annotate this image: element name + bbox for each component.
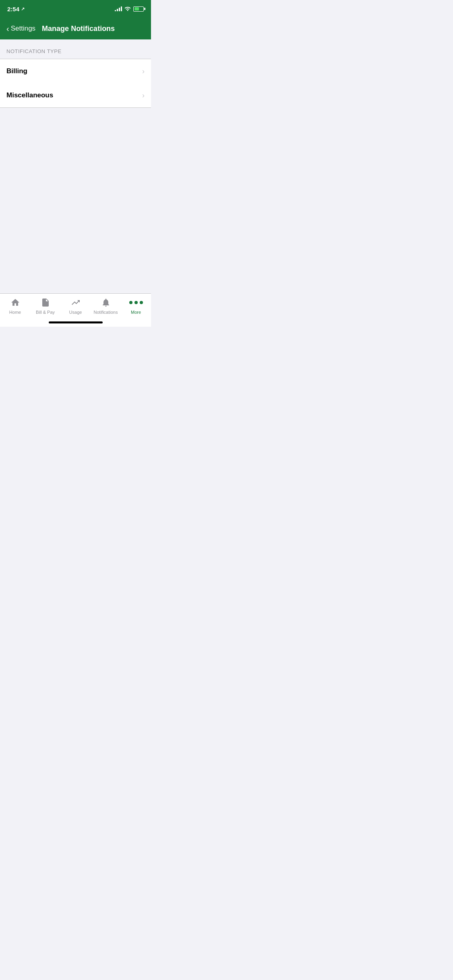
tab-home-label: Home bbox=[9, 310, 21, 315]
page-title: Manage Notifications bbox=[42, 25, 115, 33]
status-icons bbox=[115, 6, 144, 12]
tab-more[interactable]: More bbox=[121, 297, 151, 315]
notification-type-list: Billing › Miscellaneous › bbox=[0, 59, 151, 107]
header: ‹ Settings Manage Notifications bbox=[0, 18, 151, 39]
notifications-icon bbox=[100, 297, 112, 308]
home-indicator bbox=[49, 321, 103, 323]
tab-notifications-label: Notifications bbox=[94, 310, 118, 315]
back-label: Settings bbox=[11, 25, 35, 33]
content-area bbox=[0, 108, 151, 305]
status-time: 2:54 ↗ bbox=[7, 6, 25, 12]
section-header-label: NOTIFICATION TYPE bbox=[6, 48, 62, 54]
miscellaneous-label: Miscellaneous bbox=[6, 91, 53, 99]
tab-usage-label: Usage bbox=[69, 310, 82, 315]
miscellaneous-list-item[interactable]: Miscellaneous › bbox=[0, 83, 151, 107]
location-icon: ↗ bbox=[21, 6, 25, 12]
battery-icon bbox=[133, 6, 144, 12]
more-icon bbox=[130, 297, 142, 308]
tab-home[interactable]: Home bbox=[0, 297, 30, 315]
usage-icon bbox=[70, 297, 81, 308]
section-header: NOTIFICATION TYPE bbox=[0, 39, 151, 59]
back-button[interactable]: ‹ Settings bbox=[6, 24, 35, 33]
status-bar: 2:54 ↗ bbox=[0, 0, 151, 18]
wifi-icon bbox=[124, 6, 131, 12]
miscellaneous-chevron-icon: › bbox=[142, 91, 145, 100]
home-icon bbox=[10, 297, 21, 308]
tab-notifications[interactable]: Notifications bbox=[91, 297, 121, 315]
bill-pay-icon bbox=[40, 297, 51, 308]
billing-list-item[interactable]: Billing › bbox=[0, 59, 151, 83]
back-chevron-icon: ‹ bbox=[6, 24, 9, 33]
tab-bill-pay-label: Bill & Pay bbox=[36, 310, 55, 315]
signal-icon bbox=[115, 6, 122, 11]
tab-bill-pay[interactable]: Bill & Pay bbox=[30, 297, 60, 315]
billing-label: Billing bbox=[6, 67, 27, 75]
tab-usage[interactable]: Usage bbox=[60, 297, 91, 315]
billing-chevron-icon: › bbox=[142, 67, 145, 76]
tab-more-label: More bbox=[131, 310, 141, 315]
